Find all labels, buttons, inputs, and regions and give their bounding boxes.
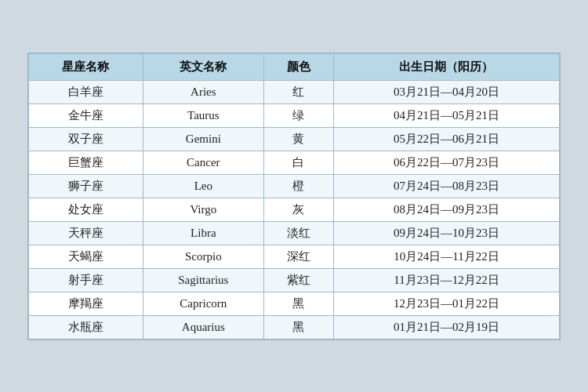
table-cell-8-2: 紫红: [263, 268, 333, 292]
table-cell-9-2: 黑: [263, 292, 333, 315]
table-cell-1-1: Taurus: [143, 103, 263, 127]
table-row: 狮子座Leo橙07月24日—08月23日: [29, 174, 560, 198]
table-row: 水瓶座Aquarius黑01月21日—02月19日: [29, 315, 560, 339]
table-cell-6-1: Libra: [143, 221, 263, 245]
table-cell-4-2: 橙: [263, 174, 333, 198]
table-cell-9-0: 摩羯座: [29, 292, 143, 315]
table-cell-8-0: 射手座: [29, 268, 143, 292]
table-cell-0-2: 红: [263, 80, 333, 103]
table-cell-2-2: 黄: [263, 127, 333, 151]
table-cell-7-1: Scorpio: [143, 245, 263, 268]
zodiac-table: 星座名称英文名称颜色出生日期（阳历） 白羊座Aries红03月21日—04月20…: [28, 53, 560, 339]
table-row: 天蝎座Scorpio深红10月24日—11月22日: [29, 245, 560, 268]
table-cell-10-1: Aquarius: [143, 315, 263, 339]
column-header-0: 星座名称: [29, 53, 143, 80]
table-cell-0-0: 白羊座: [29, 80, 143, 103]
table-cell-4-1: Leo: [143, 174, 263, 198]
table-cell-0-3: 03月21日—04月20日: [333, 80, 559, 103]
table-cell-6-2: 淡红: [263, 221, 333, 245]
table-row: 处女座Virgo灰08月24日—09月23日: [29, 198, 560, 221]
column-header-2: 颜色: [263, 53, 333, 80]
table-row: 白羊座Aries红03月21日—04月20日: [29, 80, 560, 103]
zodiac-table-container: 星座名称英文名称颜色出生日期（阳历） 白羊座Aries红03月21日—04月20…: [27, 53, 561, 340]
table-cell-6-0: 天秤座: [29, 221, 143, 245]
table-row: 射手座Sagittarius紫红11月23日—12月22日: [29, 268, 560, 292]
table-cell-3-0: 巨蟹座: [29, 151, 143, 174]
table-cell-1-3: 04月21日—05月21日: [333, 103, 559, 127]
table-cell-2-0: 双子座: [29, 127, 143, 151]
table-cell-0-1: Aries: [143, 80, 263, 103]
table-cell-2-3: 05月22日—06月21日: [333, 127, 559, 151]
column-header-3: 出生日期（阳历）: [333, 53, 559, 80]
table-cell-7-3: 10月24日—11月22日: [333, 245, 559, 268]
table-header-row: 星座名称英文名称颜色出生日期（阳历）: [29, 53, 560, 80]
table-cell-1-0: 金牛座: [29, 103, 143, 127]
table-cell-9-3: 12月23日—01月22日: [333, 292, 559, 315]
table-cell-10-3: 01月21日—02月19日: [333, 315, 559, 339]
table-row: 金牛座Taurus绿04月21日—05月21日: [29, 103, 560, 127]
table-cell-7-0: 天蝎座: [29, 245, 143, 268]
table-cell-4-0: 狮子座: [29, 174, 143, 198]
column-header-1: 英文名称: [143, 53, 263, 80]
table-cell-8-3: 11月23日—12月22日: [333, 268, 559, 292]
table-row: 摩羯座Capricorn黑12月23日—01月22日: [29, 292, 560, 315]
table-cell-10-2: 黑: [263, 315, 333, 339]
table-row: 双子座Gemini黄05月22日—06月21日: [29, 127, 560, 151]
table-cell-6-3: 09月24日—10月23日: [333, 221, 559, 245]
table-cell-5-2: 灰: [263, 198, 333, 221]
table-cell-9-1: Capricorn: [143, 292, 263, 315]
table-cell-7-2: 深红: [263, 245, 333, 268]
table-cell-2-1: Gemini: [143, 127, 263, 151]
table-cell-5-1: Virgo: [143, 198, 263, 221]
table-cell-3-2: 白: [263, 151, 333, 174]
table-row: 巨蟹座Cancer白06月22日—07月23日: [29, 151, 560, 174]
table-cell-5-3: 08月24日—09月23日: [333, 198, 559, 221]
table-cell-3-3: 06月22日—07月23日: [333, 151, 559, 174]
table-cell-5-0: 处女座: [29, 198, 143, 221]
table-cell-3-1: Cancer: [143, 151, 263, 174]
table-cell-8-1: Sagittarius: [143, 268, 263, 292]
table-row: 天秤座Libra淡红09月24日—10月23日: [29, 221, 560, 245]
table-cell-10-0: 水瓶座: [29, 315, 143, 339]
table-cell-1-2: 绿: [263, 103, 333, 127]
table-cell-4-3: 07月24日—08月23日: [333, 174, 559, 198]
